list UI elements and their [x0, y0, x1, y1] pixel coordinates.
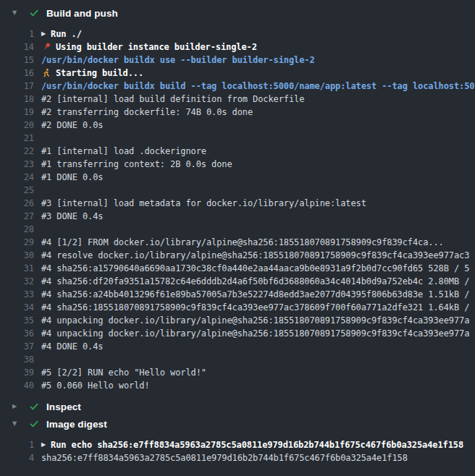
log-line: 20#2 DONE 0.0s: [0, 119, 475, 132]
line-content: #5 [2/2] RUN echo "Hello world!": [41, 366, 206, 379]
line-content: ▶Run ./: [41, 27, 82, 41]
log-line: 29#4 [1/2] FROM docker.io/library/alpine…: [0, 236, 475, 249]
line-number[interactable]: 40: [0, 379, 34, 392]
line-text: Run ./: [51, 27, 82, 41]
log-line: 28: [0, 223, 475, 236]
line-number[interactable]: 34: [0, 301, 34, 314]
line-number[interactable]: 38: [0, 353, 34, 366]
line-content: ▶Run echo sha256:e7ff8834a5963a2785c5a08…: [41, 438, 463, 451]
line-number[interactable]: 39: [0, 366, 34, 379]
line-content: #3 [internal] load metadata for docker.i…: [41, 197, 366, 210]
line-text: sha256:e7ff8834a5963a2785c5a0811e979d16b…: [41, 451, 408, 464]
section-title-inspect: Inspect: [46, 401, 81, 412]
line-number[interactable]: 22: [0, 145, 34, 158]
line-number[interactable]: 19: [0, 106, 34, 119]
section-title-build-and-push: Build and push: [46, 8, 118, 19]
log-line: 38: [0, 353, 475, 366]
line-text: #1 transferring context: 2B 0.0s done: [41, 158, 232, 171]
section-header-build-and-push[interactable]: ▼Build and push: [0, 4, 475, 22]
check-icon: [29, 419, 39, 429]
line-number[interactable]: 28: [0, 223, 34, 236]
log-line: 21: [0, 132, 475, 145]
log-line: 37#4 DONE 0.4s: [0, 340, 475, 353]
log-line[interactable]: 1▶Run echo sha256:e7ff8834a5963a2785c5a0…: [0, 438, 475, 451]
log-line: 16Starting build...: [0, 67, 475, 80]
log-line: 36#4 unpacking docker.io/library/alpine@…: [0, 327, 475, 340]
play-icon[interactable]: ▶: [41, 31, 46, 37]
line-content: Starting build...: [41, 67, 143, 80]
line-number[interactable]: 21: [0, 132, 34, 145]
caret-down-icon[interactable]: ▼: [12, 10, 22, 16]
line-number[interactable]: 37: [0, 340, 34, 353]
line-text: #4 unpacking docker.io/library/alpine@sh…: [41, 327, 469, 340]
log-line: 4sha256:e7ff8834a5963a2785c5a0811e979d16…: [0, 451, 475, 464]
line-content: #2 [internal] load build definition from…: [41, 93, 304, 106]
line-text: #5 [2/2] RUN echo "Hello world!": [41, 366, 206, 379]
line-text: #4 [1/2] FROM docker.io/library/alpine@s…: [41, 236, 444, 249]
log-line: 32#4 sha256:df20fa9351a15782c64e6dddb2d4…: [0, 275, 475, 288]
pin-icon: [41, 42, 51, 52]
line-text: #3 DONE 0.4s: [41, 210, 104, 223]
line-text: Using builder instance builder-single-2: [56, 41, 257, 54]
log-line: 14Using builder instance builder-single-…: [0, 41, 475, 54]
line-number[interactable]: 24: [0, 171, 34, 184]
line-number[interactable]: 36: [0, 327, 34, 340]
line-number[interactable]: 26: [0, 197, 34, 210]
line-content: #2 transferring dockerfile: 74B 0.0s don…: [41, 106, 253, 119]
line-content: #1 transferring context: 2B 0.0s done: [41, 158, 232, 171]
line-number[interactable]: 4: [0, 451, 34, 464]
section-header-inspect[interactable]: ▶Inspect: [0, 398, 475, 415]
line-content: #4 sha256:185518070891758909c9f839cf4ca3…: [41, 301, 469, 314]
log-lines-build-and-push: 1▶Run ./14Using builder instance builder…: [0, 27, 475, 392]
line-text: #2 transferring dockerfile: 74B 0.0s don…: [41, 106, 253, 119]
log-line: 34#4 sha256:185518070891758909c9f839cf4c…: [0, 301, 475, 314]
line-text: /usr/bin/docker buildx build --tag local…: [41, 80, 474, 93]
line-number[interactable]: 27: [0, 210, 34, 223]
line-number[interactable]: 20: [0, 119, 34, 132]
line-number[interactable]: 14: [0, 41, 34, 54]
line-number[interactable]: 1: [0, 438, 34, 451]
log-line: 30#4 resolve docker.io/library/alpine@sh…: [0, 249, 475, 262]
line-number[interactable]: 35: [0, 314, 34, 327]
caret-right-icon[interactable]: ▶: [12, 404, 22, 409]
log-line: 35#4 unpacking docker.io/library/alpine@…: [0, 314, 475, 327]
check-icon: [29, 8, 39, 18]
line-number[interactable]: 18: [0, 93, 34, 106]
line-text: /usr/bin/docker buildx use --builder bui…: [41, 54, 315, 67]
line-text: Starting build...: [56, 67, 143, 80]
line-content: #1 DONE 0.0s: [41, 171, 104, 184]
line-number[interactable]: 30: [0, 249, 34, 262]
line-text: #4 DONE 0.4s: [41, 340, 104, 353]
log-lines-image-digest: 1▶Run echo sha256:e7ff8834a5963a2785c5a0…: [0, 438, 475, 464]
caret-down-icon[interactable]: ▼: [12, 421, 22, 427]
line-number[interactable]: 33: [0, 288, 34, 301]
line-number[interactable]: 16: [0, 67, 34, 80]
line-text: #1 [internal] load .dockerignore: [41, 145, 206, 158]
line-content: #5 0.060 Hello world!: [41, 379, 150, 392]
line-content: #3 DONE 0.4s: [41, 210, 104, 223]
section-header-image-digest[interactable]: ▼Image digest: [0, 415, 475, 433]
line-number[interactable]: 1: [0, 27, 34, 41]
line-number[interactable]: 32: [0, 275, 34, 288]
line-number[interactable]: 15: [0, 54, 34, 67]
section-title-image-digest: Image digest: [46, 419, 107, 430]
line-content: /usr/bin/docker buildx use --builder bui…: [41, 54, 315, 67]
line-number[interactable]: 31: [0, 262, 34, 275]
line-number[interactable]: 17: [0, 80, 34, 93]
line-number[interactable]: 29: [0, 236, 34, 249]
log-line[interactable]: 1▶Run ./: [0, 27, 475, 41]
line-text: #3 [internal] load metadata for docker.i…: [41, 197, 366, 210]
line-text: #4 sha256:df20fa9351a15782c64e6dddb2d4a6…: [41, 275, 469, 288]
log-line: 15/usr/bin/docker buildx use --builder b…: [0, 54, 475, 67]
line-content: #1 [internal] load .dockerignore: [41, 145, 206, 158]
log-line: 33#4 sha256:a24bb4013296f61e89ba57005a7b…: [0, 288, 475, 301]
line-content: #4 DONE 0.4s: [41, 340, 104, 353]
check-icon: [29, 401, 39, 412]
line-number[interactable]: 25: [0, 184, 34, 197]
log-line: 24#1 DONE 0.0s: [0, 171, 475, 184]
log-line: 19#2 transferring dockerfile: 74B 0.0s d…: [0, 106, 475, 119]
log-line: 40#5 0.060 Hello world!: [0, 379, 475, 392]
line-content: /usr/bin/docker buildx build --tag local…: [41, 80, 474, 93]
play-icon[interactable]: ▶: [41, 442, 46, 448]
line-number[interactable]: 23: [0, 158, 34, 171]
